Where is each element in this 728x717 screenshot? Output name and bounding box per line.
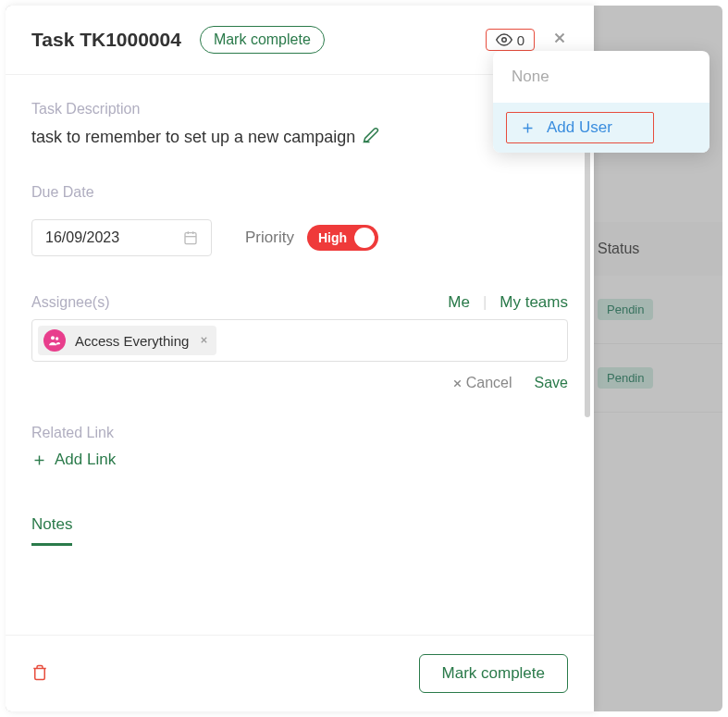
due-date-field: Due Date 16/09/2023 [31,184,212,256]
calendar-icon [183,230,198,245]
due-date-input[interactable]: 16/09/2023 [31,219,212,256]
assign-me-link[interactable]: Me [448,293,470,312]
assignee-label: Assignee(s) [31,294,109,311]
assignee-actions: Cancel Save [31,375,568,391]
chip-label: Access Everything [75,333,189,349]
svg-rect-4 [185,233,196,244]
svg-point-9 [56,337,58,340]
watchers-button[interactable]: 0 [486,29,535,51]
assignee-input[interactable]: Access Everything [31,319,568,362]
divider: | [483,293,487,312]
dropdown-item: Add User [493,103,709,153]
assignee-header: Assignee(s) Me | My teams [31,293,568,312]
watchers-dropdown: None Add User [493,51,709,153]
delete-task-button[interactable] [31,664,48,684]
svg-point-8 [51,336,55,340]
close-button[interactable] [551,28,568,52]
edit-description-button[interactable] [363,127,379,147]
task-title: Task TK1000004 [31,29,181,51]
priority-label: Priority [245,229,294,247]
save-button[interactable]: Save [535,375,568,391]
toggle-knob [354,228,375,248]
svg-point-0 [501,38,506,43]
dropdown-empty-label: None [493,51,709,103]
assignee-quick-links: Me | My teams [448,293,568,312]
group-avatar [43,329,66,352]
mark-complete-button-footer[interactable]: Mark complete [419,654,568,693]
close-icon [199,335,209,345]
description-text: task to remember to set up a new campaig… [31,128,355,147]
add-user-button[interactable]: Add User [506,112,654,143]
watch-count: 0 [517,32,524,48]
mark-complete-button[interactable]: Mark complete [200,26,325,54]
due-date-label: Due Date [31,184,212,201]
header-actions: 0 [486,28,568,52]
priority-toggle[interactable]: High [307,225,378,251]
description-row: task to remember to set up a new campaig… [31,127,568,147]
due-date-value: 16/09/2023 [45,229,119,246]
panel-footer: Mark complete [6,635,594,711]
add-link-button[interactable]: Add Link [31,451,568,469]
related-link-label: Related Link [31,425,568,441]
users-icon [47,333,62,348]
chip-remove-button[interactable] [199,333,209,348]
close-icon [451,377,463,389]
eye-icon [496,31,512,48]
plus-icon [520,120,536,136]
pencil-icon [363,127,379,143]
trash-icon [31,664,48,681]
notes-tab[interactable]: Notes [31,515,72,546]
priority-field: Priority High [245,225,378,256]
assignee-chip: Access Everything [38,326,216,355]
panel-body: Task Description task to remember to set… [6,75,594,635]
cancel-button[interactable]: Cancel [451,375,512,391]
scrollbar[interactable] [585,130,590,417]
plus-icon [31,452,47,468]
date-priority-row: Due Date 16/09/2023 Priority High [31,184,568,256]
assign-my-teams-link[interactable]: My teams [500,293,568,312]
priority-value: High [318,230,347,245]
description-label: Task Description [31,101,568,117]
close-icon [551,30,568,46]
